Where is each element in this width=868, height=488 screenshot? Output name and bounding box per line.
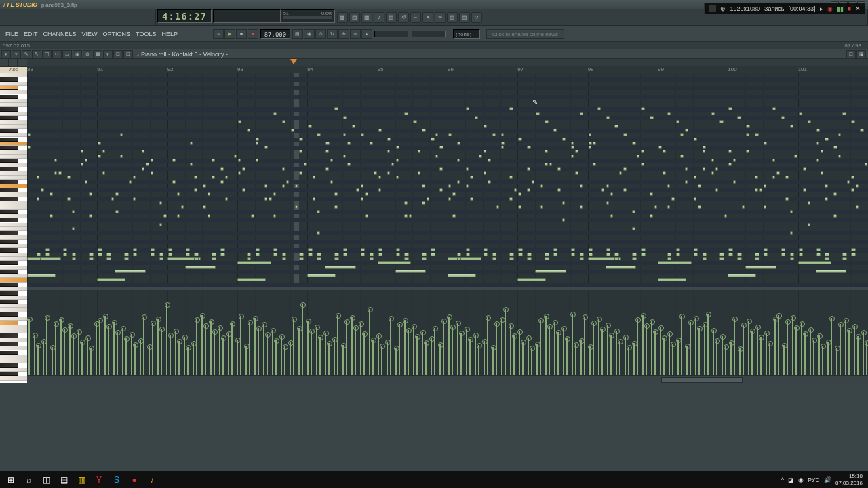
midi-note[interactable] xyxy=(553,253,557,256)
velocity-bar[interactable] xyxy=(381,346,382,375)
velocity-bar[interactable] xyxy=(134,344,136,375)
midi-note[interactable] xyxy=(589,133,591,136)
midi-note[interactable] xyxy=(728,150,731,153)
midi-note[interactable] xyxy=(518,192,521,196)
velocity-bar[interactable] xyxy=(663,338,665,375)
velocity-bar[interactable] xyxy=(193,343,194,375)
rec-pause-icon[interactable]: ▮▮ xyxy=(837,5,844,12)
tray-icon-4[interactable]: 🔊 xyxy=(824,476,831,483)
midi-note[interactable] xyxy=(378,188,381,192)
midi-note[interactable] xyxy=(711,112,715,115)
velocity-bar[interactable] xyxy=(404,320,406,375)
velocity-bar[interactable] xyxy=(152,323,153,375)
velocity-bar[interactable] xyxy=(355,327,356,375)
midi-note[interactable] xyxy=(133,176,136,179)
midi-note[interactable] xyxy=(242,188,245,192)
velocity-bar[interactable] xyxy=(528,338,529,375)
midi-note[interactable] xyxy=(466,184,469,188)
midi-note[interactable] xyxy=(737,253,741,256)
midi-note[interactable] xyxy=(728,274,756,277)
velocity-bar[interactable] xyxy=(245,346,247,375)
midi-note[interactable] xyxy=(785,197,788,201)
velocity-bar[interactable] xyxy=(460,333,462,375)
midi-note[interactable] xyxy=(387,138,391,141)
piano-key[interactable] xyxy=(0,300,18,304)
midi-note[interactable] xyxy=(816,159,819,162)
velocity-bar[interactable] xyxy=(140,340,141,375)
record-button[interactable]: ● xyxy=(248,29,258,39)
velocity-bar[interactable] xyxy=(845,320,846,375)
velocity-bar[interactable] xyxy=(263,324,264,375)
piano-key[interactable] xyxy=(0,167,18,171)
midi-note[interactable] xyxy=(816,270,847,273)
midi-note[interactable] xyxy=(334,107,338,110)
midi-note[interactable] xyxy=(225,197,228,201)
midi-note[interactable] xyxy=(685,129,688,132)
midi-note[interactable] xyxy=(330,159,333,162)
midi-note[interactable] xyxy=(238,159,241,162)
midi-note[interactable] xyxy=(575,150,578,153)
midi-note[interactable] xyxy=(317,210,319,214)
velocity-editor[interactable] xyxy=(27,287,868,375)
midi-note[interactable] xyxy=(194,188,197,192)
midi-note[interactable] xyxy=(484,171,486,175)
midi-note[interactable] xyxy=(343,116,347,119)
countdown-button[interactable]: ↻ xyxy=(327,29,338,39)
midi-note[interactable] xyxy=(365,214,368,218)
midi-note[interactable] xyxy=(794,155,797,158)
velocity-bar[interactable] xyxy=(360,323,361,375)
midi-note[interactable] xyxy=(694,138,697,141)
velocity-bar[interactable] xyxy=(642,315,644,375)
midi-note[interactable] xyxy=(746,133,749,136)
taskbar-clock[interactable]: 15:10 07.03.2016 xyxy=(835,473,865,487)
midi-note[interactable] xyxy=(212,159,214,162)
velocity-bar[interactable] xyxy=(113,322,115,375)
midi-note[interactable] xyxy=(614,125,618,128)
midi-note[interactable] xyxy=(580,112,583,115)
midi-note[interactable] xyxy=(247,129,250,132)
velocity-bar[interactable] xyxy=(831,318,832,375)
midi-note[interactable] xyxy=(439,167,442,171)
shortcut-icon-8[interactable]: ✂ xyxy=(435,12,446,23)
pr-tool-8[interactable]: ⊕ xyxy=(83,50,92,58)
pr-tool-10[interactable]: ▾ xyxy=(103,50,113,58)
piano-key[interactable] xyxy=(0,107,18,111)
piano-key[interactable] xyxy=(0,129,18,133)
midi-note[interactable] xyxy=(194,176,197,179)
midi-note[interactable] xyxy=(168,253,172,256)
midi-note[interactable] xyxy=(54,159,57,162)
midi-note[interactable] xyxy=(790,253,794,256)
pr-tool-0[interactable]: ▾ xyxy=(1,50,11,58)
velocity-bar[interactable] xyxy=(628,347,629,375)
midi-note[interactable] xyxy=(256,248,260,251)
velocity-bar[interactable] xyxy=(748,321,749,375)
midi-note[interactable] xyxy=(632,227,635,230)
midi-note[interactable] xyxy=(856,184,859,188)
midi-note[interactable] xyxy=(378,129,382,132)
taskbar-item-4[interactable]: ▥ xyxy=(73,472,90,488)
velocity-bar[interactable] xyxy=(231,323,233,375)
velocity-bar[interactable] xyxy=(651,321,652,375)
velocity-bar[interactable] xyxy=(566,338,568,375)
velocity-bar[interactable] xyxy=(281,336,282,375)
midi-note[interactable] xyxy=(129,180,132,184)
midi-note[interactable] xyxy=(334,257,338,260)
midi-note[interactable] xyxy=(85,180,87,184)
midi-note[interactable] xyxy=(833,146,837,149)
velocity-bar[interactable] xyxy=(751,331,753,375)
velocity-bar[interactable] xyxy=(607,325,608,375)
midi-note[interactable] xyxy=(282,257,286,260)
overdub-button[interactable]: ⊕ xyxy=(338,29,349,39)
midi-note[interactable] xyxy=(606,266,637,269)
velocity-bar[interactable] xyxy=(787,321,788,375)
velocity-bar[interactable] xyxy=(346,321,347,375)
velocity-bar[interactable] xyxy=(275,340,277,375)
midi-note[interactable] xyxy=(694,197,696,201)
midi-note[interactable] xyxy=(667,253,671,256)
midi-note[interactable] xyxy=(151,253,155,256)
midi-note[interactable] xyxy=(562,138,566,141)
midi-note[interactable] xyxy=(37,176,39,179)
velocity-bar[interactable] xyxy=(316,327,317,375)
velocity-bar[interactable] xyxy=(342,345,344,375)
midi-note[interactable] xyxy=(220,167,223,171)
